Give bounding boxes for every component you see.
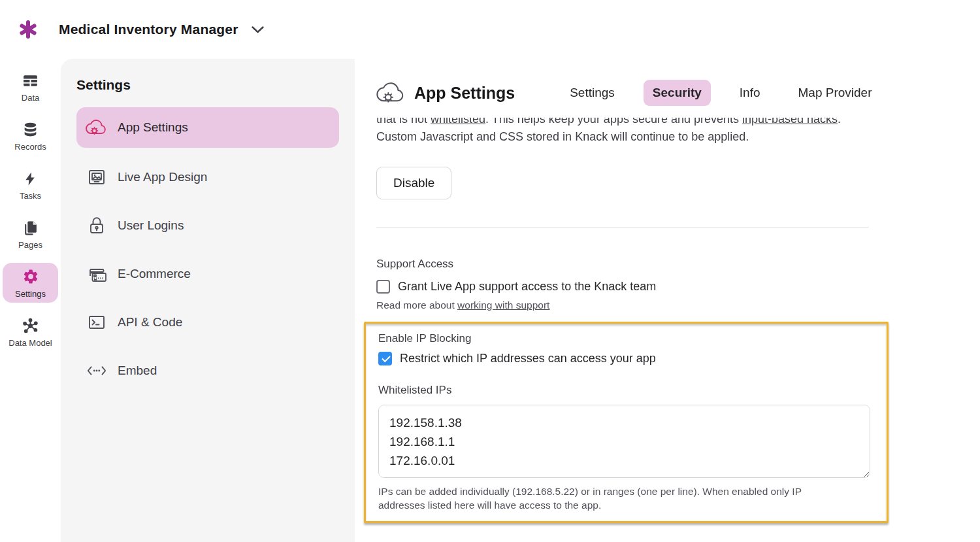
gear-icon: [22, 268, 39, 285]
tab-info[interactable]: Info: [730, 80, 770, 106]
sidebar-item-label: Records: [14, 142, 46, 152]
sidebar-item-label: Settings: [15, 289, 46, 299]
menu-item-label: Embed: [118, 364, 157, 378]
support-access-heading: Support Access: [376, 258, 980, 271]
description-text: . This helps keep your apps secure and p…: [485, 118, 742, 126]
ip-blocking-heading: Enable IP Blocking: [378, 332, 868, 345]
input-based-hacks-link[interactable]: input-based hacks: [742, 118, 838, 126]
main-header: App Settings Settings Security Info Map …: [376, 77, 980, 109]
description-text: that is not: [376, 118, 431, 126]
ip-helper-text: IPs can be added individually (192.168.5…: [378, 484, 836, 512]
database-icon: [22, 121, 39, 138]
sidebar-item-data[interactable]: Data: [3, 67, 58, 107]
ip-blocking-row: Restrict which IP addresses can access y…: [378, 352, 868, 365]
panel-heading: Settings: [76, 77, 339, 93]
menu-item-app-settings[interactable]: App Settings: [76, 107, 339, 148]
sidebar-item-settings[interactable]: Settings: [3, 263, 58, 303]
settings-panel: Settings App Settings: [61, 59, 355, 542]
read-more-text: Read more about working with support: [376, 299, 980, 311]
tab-bar: Settings Security Info Map Provider: [561, 80, 881, 106]
tab-settings[interactable]: Settings: [561, 80, 624, 106]
whitelisted-link[interactable]: whitelisted: [431, 118, 485, 126]
support-access-row: Grant Live App support access to the Kna…: [376, 280, 980, 294]
menu-item-user-logins[interactable]: User Logins: [76, 211, 339, 241]
menu-item-live-app-design[interactable]: Live App Design: [76, 162, 339, 192]
sidebar-item-tasks[interactable]: Tasks: [3, 165, 58, 205]
knack-logo-icon[interactable]: [17, 18, 39, 41]
cloud-gear-icon: [86, 116, 108, 139]
whitelisted-ips-label: Whitelisted IPs: [378, 384, 868, 397]
sidebar-item-data-model[interactable]: Data Model: [3, 312, 58, 352]
working-with-support-link[interactable]: working with support: [457, 299, 549, 311]
main-content: App Settings Settings Security Info Map …: [355, 59, 980, 542]
menu-item-label: API & Code: [118, 315, 182, 330]
menu-item-label: User Logins: [118, 218, 184, 233]
disable-button[interactable]: Disable: [376, 167, 451, 199]
menu-item-label: E-Commerce: [118, 267, 191, 281]
chevron-down-icon[interactable]: [252, 26, 264, 33]
sidebar-item-label: Pages: [18, 240, 42, 250]
pages-icon: [22, 219, 39, 236]
terminal-icon: [86, 311, 108, 333]
menu-item-ecommerce[interactable]: E-Commerce: [76, 259, 339, 289]
whitelisted-ips-input[interactable]: 192.158.1.38 192.168.1.1 172.16.0.01: [378, 405, 870, 478]
lightning-icon: [23, 170, 38, 187]
section-divider: [376, 227, 869, 228]
cloud-gear-icon: [376, 80, 406, 106]
lock-icon: [86, 214, 108, 237]
security-description: that is not whitelisted. This helps keep…: [376, 118, 855, 146]
settings-menu: App Settings Live App Design: [76, 107, 339, 386]
restrict-ip-label: Restrict which IP addresses can access y…: [400, 352, 656, 365]
menu-item-embed[interactable]: Embed: [76, 356, 339, 386]
nav-rail: Data Records Tasks Pages: [0, 59, 61, 542]
read-more-prefix: Read more about: [376, 299, 457, 311]
menu-item-api-code[interactable]: API & Code: [76, 307, 339, 337]
sidebar-item-label: Tasks: [20, 191, 41, 201]
page-title: App Settings: [414, 84, 515, 103]
sidebar-item-label: Data Model: [8, 338, 52, 348]
table-icon: [22, 72, 39, 89]
top-bar: Medical Inventory Manager: [0, 0, 980, 59]
app-window: Medical Inventory Manager Data Records: [0, 0, 980, 542]
scroll-clipped-region: that is not whitelisted. This helps keep…: [376, 118, 980, 146]
sidebar-item-label: Data: [22, 93, 39, 103]
app-title: Medical Inventory Manager: [59, 22, 238, 37]
tab-map-provider[interactable]: Map Provider: [789, 80, 881, 106]
sidebar-item-records[interactable]: Records: [3, 116, 58, 156]
restrict-ip-checkbox[interactable]: [378, 352, 392, 365]
menu-item-label: App Settings: [118, 120, 188, 135]
menu-item-label: Live App Design: [118, 170, 207, 184]
support-access-label: Grant Live App support access to the Kna…: [398, 280, 656, 294]
embed-icon: [86, 360, 108, 382]
ip-blocking-highlight-box: Enable IP Blocking Restrict which IP add…: [364, 322, 889, 523]
sidebar-item-pages[interactable]: Pages: [3, 214, 58, 254]
image-icon: [86, 166, 108, 188]
support-access-checkbox[interactable]: [376, 280, 390, 294]
credit-card-icon: [86, 263, 108, 285]
tab-security[interactable]: Security: [644, 80, 711, 106]
network-icon: [22, 317, 39, 334]
